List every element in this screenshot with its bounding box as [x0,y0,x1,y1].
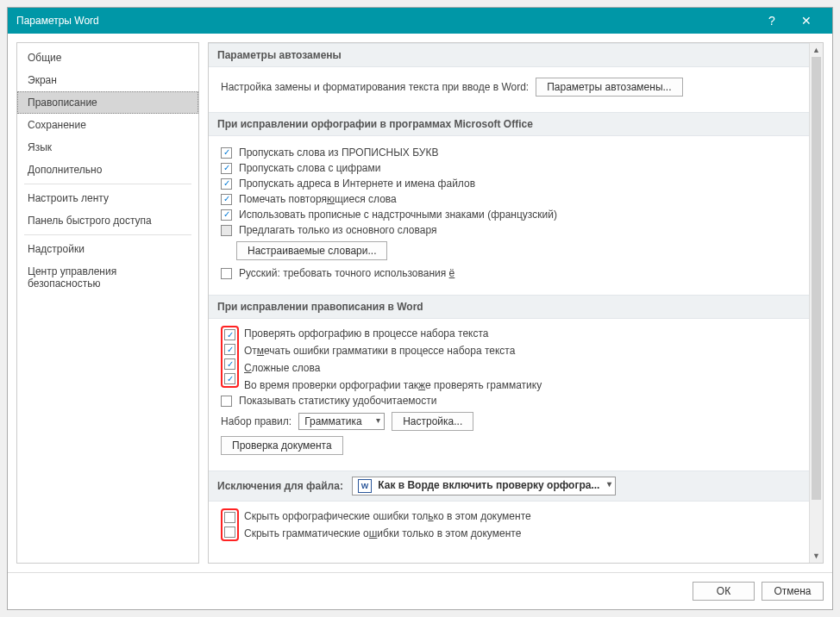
help-button[interactable]: ? [755,14,789,28]
section-exceptions-header: Исключения для файла: W Как в Ворде вклю… [209,471,809,502]
sidebar-separator [24,184,191,184]
dialog-footer: ОК Отмена [8,572,832,609]
check-document-button[interactable]: Проверка документа [221,436,343,455]
checkbox-check-spelling[interactable] [224,329,235,340]
highlight-checkbox-group [221,326,239,388]
sidebar-item-ribbon[interactable]: Настроить ленту [17,187,198,209]
window-title: Параметры Word [16,15,755,27]
titlebar: Параметры Word ? ✕ [8,8,832,34]
autocorrect-options-button[interactable]: Параметры автозамены... [536,78,682,97]
label-hide-grammar: Скрыть грамматические ошибки только в эт… [244,527,531,539]
label-readability: Показывать статистику удобочитаемости [239,395,436,407]
exceptions-file-name: Как в Ворде включить проверку орфогра... [378,479,599,491]
ok-button[interactable]: ОК [693,582,755,601]
word-file-icon: W [358,479,372,493]
section-autocorrect-header: Параметры автозамены [209,43,809,67]
section-word-spell-header: При исправлении правописания в Word [209,295,809,319]
category-sidebar: Общие Экран Правописание Сохранение Язык… [16,42,199,564]
cancel-button[interactable]: Отмена [762,582,824,601]
checkbox-hide-grammar[interactable] [224,527,235,538]
word-options-dialog: Параметры Word ? ✕ Общие Экран Правописа… [7,7,833,610]
checkbox-skip-uppercase[interactable] [221,147,232,159]
label-mark-grammar: Отмечать ошибки грамматики в процессе на… [244,345,542,357]
scroll-thumb[interactable] [812,57,821,500]
autocorrect-desc: Настройка замены и форматирования текста… [221,81,529,93]
scroll-up-arrow-icon[interactable]: ▲ [810,43,823,57]
sidebar-item-trust[interactable]: Центр управления безопасностью [17,260,198,295]
checkbox-check-grammar-with-spell[interactable] [224,373,235,384]
sidebar-item-addins[interactable]: Надстройки [17,238,198,260]
ruleset-label: Набор правил: [221,415,291,427]
close-button[interactable]: ✕ [789,14,824,28]
checkbox-mark-grammar[interactable] [224,344,235,355]
checkbox-skip-urls[interactable] [221,178,232,190]
label-compound-words: Сложные слова [244,362,542,374]
exceptions-label: Исключения для файла: [217,480,343,492]
label-russian-yo: Русский: требовать точного использования… [239,267,454,279]
checkbox-readability[interactable] [221,396,232,407]
sidebar-item-proofing[interactable]: Правописание [17,91,198,114]
ruleset-dropdown[interactable]: Грамматика [298,413,385,430]
sidebar-item-advanced[interactable]: Дополнительно [17,159,198,181]
checkbox-skip-digits[interactable] [221,163,232,174]
checkbox-russian-yo[interactable] [221,268,232,279]
checkbox-french-caps[interactable] [221,209,232,221]
sidebar-item-qat[interactable]: Панель быстрого доступа [17,209,198,232]
checkbox-hide-spelling[interactable] [224,512,235,523]
label-hide-spelling: Скрыть орфографические ошибки только в э… [244,510,531,522]
label-main-dict-only: Предлагать только из основного словаря [239,224,436,236]
highlight-checkbox-group-2 [221,508,239,541]
sidebar-item-save[interactable]: Сохранение [17,114,198,136]
sidebar-item-display[interactable]: Экран [17,69,198,91]
label-french-caps: Использовать прописные с надстрочными зн… [239,209,557,221]
label-check-grammar-with-spell: Во время проверки орфографии также прове… [244,379,542,391]
sidebar-item-general[interactable]: Общие [17,47,198,69]
content-scrollbar[interactable]: ▲ ▼ [809,43,823,563]
label-flag-repeated: Помечать повторяющиеся слова [239,193,397,205]
checkbox-compound-words[interactable] [224,358,235,370]
custom-dictionaries-button[interactable]: Настраиваемые словари... [236,241,387,260]
grammar-settings-button[interactable]: Настройка... [392,412,473,431]
scroll-down-arrow-icon[interactable]: ▼ [810,549,823,563]
exceptions-file-dropdown[interactable]: W Как в Ворде включить проверку орфогра.… [352,477,617,495]
sidebar-item-language[interactable]: Язык [17,136,198,159]
options-content: Параметры автозамены Настройка замены и … [209,43,809,563]
label-skip-urls: Пропускать адреса в Интернете и имена фа… [239,178,475,190]
label-skip-uppercase: Пропускать слова из ПРОПИСНЫХ БУКВ [239,146,438,159]
label-skip-digits: Пропускать слова с цифрами [239,162,380,174]
sidebar-separator [24,234,191,235]
checkbox-flag-repeated[interactable] [221,194,232,205]
label-check-spelling: Проверять орфографию в процессе набора т… [244,327,542,340]
section-office-spell-header: При исправлении орфографии в программах … [209,112,809,136]
checkbox-main-dict-only[interactable] [221,225,232,236]
